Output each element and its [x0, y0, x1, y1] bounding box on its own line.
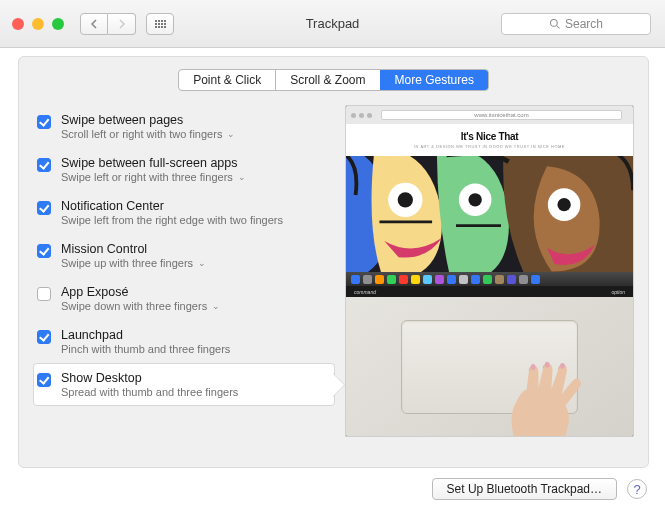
- preview-browser-chrome: www.itsnicethat.com: [346, 106, 633, 124]
- svg-line-1: [556, 25, 559, 28]
- gesture-preview: www.itsnicethat.com It's Nice That IN AR…: [345, 105, 634, 437]
- option-app-expose[interactable]: App Exposé Swipe down with three fingers…: [33, 277, 335, 320]
- tab-scroll-zoom[interactable]: Scroll & Zoom: [275, 70, 379, 90]
- chevron-down-icon: ⌄: [198, 258, 206, 268]
- svg-point-8: [557, 198, 570, 211]
- search-input[interactable]: Search: [501, 13, 651, 35]
- checkbox-app-expose[interactable]: [37, 287, 51, 301]
- show-all-button[interactable]: [146, 13, 174, 35]
- setup-bluetooth-button[interactable]: Set Up Bluetooth Trackpad…: [432, 478, 617, 500]
- close-window-button[interactable]: [12, 18, 24, 30]
- zoom-window-button[interactable]: [52, 18, 64, 30]
- grid-icon: [155, 20, 166, 28]
- chevron-down-icon: ⌄: [238, 172, 246, 182]
- checkbox-swipe-fullscreen[interactable]: [37, 158, 51, 172]
- checkbox-mission-control[interactable]: [37, 244, 51, 258]
- preview-dock: [346, 272, 633, 286]
- option-desc-dropdown[interactable]: Scroll left or right with two fingers⌄: [61, 128, 235, 140]
- svg-point-6: [468, 193, 481, 206]
- main-panel: Point & Click Scroll & Zoom More Gesture…: [18, 56, 649, 468]
- checkbox-launchpad[interactable]: [37, 330, 51, 344]
- option-label: Mission Control: [61, 242, 206, 256]
- checkbox-show-desktop[interactable]: [37, 373, 51, 387]
- option-desc: Spread with thumb and three fingers: [61, 386, 238, 398]
- option-label: Notification Center: [61, 199, 283, 213]
- help-button[interactable]: ?: [627, 479, 647, 499]
- option-mission-control[interactable]: Mission Control Swipe up with three fing…: [33, 234, 335, 277]
- option-label: App Exposé: [61, 285, 220, 299]
- chevron-down-icon: ⌄: [212, 301, 220, 311]
- nav-buttons: [80, 13, 136, 35]
- preview-hand: [457, 360, 629, 436]
- option-notification-center[interactable]: Notification Center Swipe left from the …: [33, 191, 335, 234]
- preview-artwork: [346, 156, 633, 272]
- traffic-lights: [0, 18, 64, 30]
- preview-trackarea: [346, 297, 633, 436]
- option-label: Show Desktop: [61, 371, 238, 385]
- preview-page-header: It's Nice That IN ART & DESIGN WE TRUST …: [346, 124, 633, 156]
- checkbox-swipe-pages[interactable]: [37, 115, 51, 129]
- chevron-down-icon: ⌄: [227, 129, 235, 139]
- option-label: Swipe between full-screen apps: [61, 156, 246, 170]
- option-desc-dropdown[interactable]: Swipe up with three fingers⌄: [61, 257, 206, 269]
- gesture-options-list: Swipe between pages Scroll left or right…: [33, 105, 335, 437]
- svg-point-11: [531, 364, 536, 370]
- search-placeholder: Search: [565, 17, 603, 31]
- svg-point-12: [545, 362, 550, 368]
- option-desc: Swipe left from the right edge with two …: [61, 214, 283, 226]
- preview-url: www.itsnicethat.com: [381, 110, 622, 120]
- option-launchpad[interactable]: Launchpad Pinch with thumb and three fin…: [33, 320, 335, 363]
- option-label: Swipe between pages: [61, 113, 235, 127]
- minimize-window-button[interactable]: [32, 18, 44, 30]
- svg-point-0: [550, 19, 557, 26]
- preview-keycaps: command option: [346, 286, 633, 297]
- option-desc-dropdown[interactable]: Swipe down with three fingers⌄: [61, 300, 220, 312]
- svg-point-13: [560, 363, 565, 369]
- option-swipe-pages[interactable]: Swipe between pages Scroll left or right…: [33, 105, 335, 148]
- back-button[interactable]: [80, 13, 108, 35]
- option-desc: Pinch with thumb and three fingers: [61, 343, 230, 355]
- checkbox-notification-center[interactable]: [37, 201, 51, 215]
- tab-point-click[interactable]: Point & Click: [179, 70, 275, 90]
- svg-point-4: [398, 192, 413, 207]
- option-show-desktop[interactable]: Show Desktop Spread with thumb and three…: [33, 363, 335, 406]
- titlebar: Trackpad Search: [0, 0, 665, 48]
- search-icon: [549, 18, 561, 30]
- option-swipe-fullscreen[interactable]: Swipe between full-screen apps Swipe lef…: [33, 148, 335, 191]
- window-title: Trackpad: [306, 16, 360, 31]
- option-label: Launchpad: [61, 328, 230, 342]
- option-desc-dropdown[interactable]: Swipe left or right with three fingers⌄: [61, 171, 246, 183]
- tab-segmented-control: Point & Click Scroll & Zoom More Gesture…: [178, 69, 489, 91]
- forward-button[interactable]: [108, 13, 136, 35]
- tab-more-gestures[interactable]: More Gestures: [380, 70, 488, 90]
